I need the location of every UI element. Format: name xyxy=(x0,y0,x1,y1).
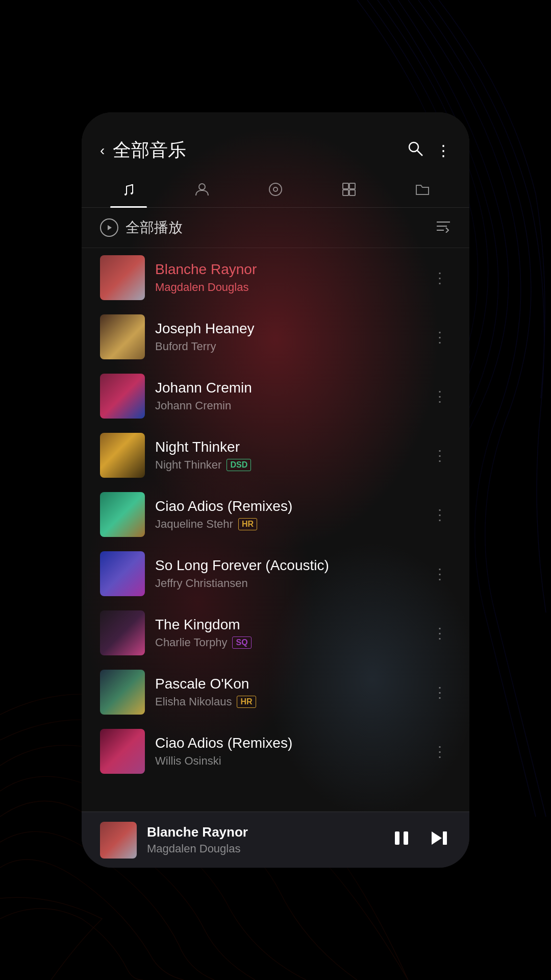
song-artist: Elisha Nikolaus xyxy=(155,695,232,708)
song-info: Night Thinker Night Thinker DSD xyxy=(155,439,418,472)
play-all-circle-icon[interactable] xyxy=(100,218,118,237)
more-icon[interactable]: ⋮ xyxy=(436,141,451,159)
song-subtitle: Willis Osinski xyxy=(155,754,418,768)
play-all-left: 全部播放 xyxy=(100,218,436,237)
song-item[interactable]: The Kingdom Charlie Torphy SQ ⋮ xyxy=(82,603,469,663)
next-button[interactable] xyxy=(428,826,451,853)
song-more-button[interactable]: ⋮ xyxy=(429,384,451,409)
song-more-button[interactable]: ⋮ xyxy=(429,739,451,764)
folders-tab-icon xyxy=(414,181,431,201)
now-playing-bar[interactable]: Blanche Raynor Magdalen Douglas xyxy=(82,812,469,868)
song-info: Blanche Raynor Magdalen Douglas xyxy=(155,261,418,294)
song-subtitle: Johann Cremin xyxy=(155,399,418,412)
song-artist: Willis Osinski xyxy=(155,754,221,768)
phone-shell: ‹ 全部音乐 ⋮ xyxy=(82,112,469,868)
song-artist: Magdalen Douglas xyxy=(155,281,248,294)
song-more-button[interactable]: ⋮ xyxy=(429,443,451,468)
song-item[interactable]: Ciao Adios (Remixes) Willis Osinski ⋮ xyxy=(82,722,469,781)
svg-rect-13 xyxy=(395,831,399,845)
song-artist: Buford Terry xyxy=(155,340,216,353)
song-item[interactable]: Pascale O'Kon Elisha Nikolaus HR ⋮ xyxy=(82,663,469,722)
svg-rect-5 xyxy=(343,183,348,189)
quality-badge: SQ xyxy=(232,636,251,649)
song-more-button[interactable]: ⋮ xyxy=(429,502,451,527)
song-title: Ciao Adios (Remixes) xyxy=(155,498,418,514)
back-button[interactable]: ‹ xyxy=(100,142,105,159)
song-subtitle: Magdalen Douglas xyxy=(155,281,418,294)
song-thumbnail xyxy=(100,492,145,537)
song-subtitle: Charlie Torphy SQ xyxy=(155,636,418,649)
search-icon[interactable] xyxy=(407,140,423,160)
song-info: Ciao Adios (Remixes) Willis Osinski xyxy=(155,735,418,768)
svg-point-2 xyxy=(199,184,205,190)
tab-songs[interactable] xyxy=(92,173,165,207)
song-item[interactable]: Blanche Raynor Magdalen Douglas ⋮ xyxy=(82,248,469,307)
albums-tab-icon xyxy=(267,181,284,201)
svg-line-1 xyxy=(417,151,422,156)
song-title: The Kingdom xyxy=(155,617,418,633)
sort-icon[interactable] xyxy=(436,219,451,236)
svg-rect-16 xyxy=(443,831,447,845)
tab-folders[interactable] xyxy=(386,173,459,207)
svg-rect-14 xyxy=(404,831,408,845)
now-playing-title: Blanche Raynor xyxy=(147,824,380,840)
song-thumbnail xyxy=(100,314,145,359)
song-info: Pascale O'Kon Elisha Nikolaus HR xyxy=(155,676,418,708)
song-artist: Jeffry Christiansen xyxy=(155,577,248,590)
song-thumbnail xyxy=(100,551,145,596)
song-item[interactable]: Ciao Adios (Remixes) Jaqueline Stehr HR … xyxy=(82,485,469,544)
song-more-button[interactable]: ⋮ xyxy=(429,621,451,646)
song-thumbnail xyxy=(100,610,145,655)
quality-badge: DSD xyxy=(227,459,251,471)
svg-rect-7 xyxy=(343,190,348,195)
tab-playlists[interactable] xyxy=(312,173,386,207)
svg-rect-8 xyxy=(349,190,355,195)
song-title: Johann Cremin xyxy=(155,380,418,396)
play-all-label: 全部播放 xyxy=(126,218,183,237)
song-subtitle: Jaqueline Stehr HR xyxy=(155,518,418,531)
artists-tab-icon xyxy=(194,181,210,201)
svg-marker-15 xyxy=(432,831,442,845)
song-title: Night Thinker xyxy=(155,439,418,455)
song-item[interactable]: Night Thinker Night Thinker DSD ⋮ xyxy=(82,426,469,485)
song-item[interactable]: Johann Cremin Johann Cremin ⋮ xyxy=(82,366,469,426)
playlists-tab-icon xyxy=(341,181,357,201)
song-thumbnail xyxy=(100,374,145,419)
pause-button[interactable] xyxy=(390,826,413,853)
song-artist: Jaqueline Stehr xyxy=(155,518,233,531)
song-more-button[interactable]: ⋮ xyxy=(429,561,451,586)
svg-rect-6 xyxy=(349,183,355,189)
song-title: Blanche Raynor xyxy=(155,261,418,278)
now-playing-controls xyxy=(390,826,451,853)
song-title: So Long Forever (Acoustic) xyxy=(155,557,418,574)
tab-artists[interactable] xyxy=(165,173,239,207)
song-more-button[interactable]: ⋮ xyxy=(429,325,451,350)
song-title: Joseph Heaney xyxy=(155,321,418,337)
now-playing-artist: Magdalen Douglas xyxy=(147,842,380,855)
song-info: Joseph Heaney Buford Terry xyxy=(155,321,418,353)
tab-albums[interactable] xyxy=(239,173,312,207)
song-more-button[interactable]: ⋮ xyxy=(429,680,451,705)
song-artist: Night Thinker xyxy=(155,458,221,472)
header: ‹ 全部音乐 ⋮ xyxy=(82,112,469,173)
header-icons: ⋮ xyxy=(407,140,451,160)
song-subtitle: Elisha Nikolaus HR xyxy=(155,695,418,708)
song-subtitle: Buford Terry xyxy=(155,340,418,353)
song-item[interactable]: Joseph Heaney Buford Terry ⋮ xyxy=(82,307,469,366)
song-item[interactable]: So Long Forever (Acoustic) Jeffry Christ… xyxy=(82,544,469,603)
song-subtitle: Jeffry Christiansen xyxy=(155,577,418,590)
svg-point-3 xyxy=(269,183,282,195)
svg-marker-9 xyxy=(108,225,112,230)
song-thumbnail xyxy=(100,433,145,478)
song-thumbnail xyxy=(100,729,145,774)
now-playing-thumb xyxy=(100,822,137,859)
song-more-button[interactable]: ⋮ xyxy=(429,265,451,290)
play-all-bar[interactable]: 全部播放 xyxy=(82,208,469,248)
song-title: Ciao Adios (Remixes) xyxy=(155,735,418,751)
now-playing-info: Blanche Raynor Magdalen Douglas xyxy=(147,824,380,855)
quality-badge: HR xyxy=(238,518,257,530)
song-subtitle: Night Thinker DSD xyxy=(155,458,418,472)
song-thumbnail xyxy=(100,255,145,300)
song-info: Ciao Adios (Remixes) Jaqueline Stehr HR xyxy=(155,498,418,531)
song-artist: Johann Cremin xyxy=(155,399,231,412)
